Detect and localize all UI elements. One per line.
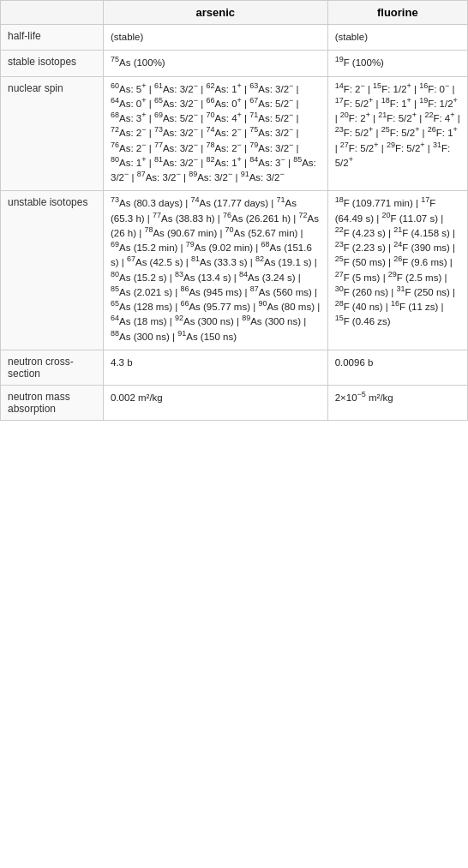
fluorine-neutron-cross-section: 0.0096 b: [327, 350, 467, 385]
header-fluorine: fluorine: [327, 1, 467, 25]
label-neutron-cross-section: neutron cross-section: [1, 350, 104, 385]
row-unstable-isotopes: unstable isotopes 73As (80.3 days) | 74A…: [1, 191, 468, 350]
arsenic-half-life: (stable): [104, 25, 328, 51]
fluorine-half-life: (stable): [327, 25, 467, 51]
row-neutron-cross-section: neutron cross-section 4.3 b 0.0096 b: [1, 350, 468, 385]
arsenic-neutron-cross-section: 4.3 b: [104, 350, 328, 385]
arsenic-unstable-isotopes: 73As (80.3 days) | 74As (17.77 days) | 7…: [104, 191, 328, 350]
arsenic-neutron-mass-absorption: 0.002 m²/kg: [104, 385, 328, 420]
row-half-life: half-life (stable) (stable): [1, 25, 468, 51]
fluorine-neutron-mass-absorption: 2×10−5 m²/kg: [327, 385, 467, 420]
fluorine-stable-isotopes: 19F (100%): [327, 51, 467, 76]
fluorine-unstable-isotopes: 18F (109.771 min) | 17F (64.49 s) | 20F …: [327, 191, 467, 350]
header-arsenic: arsenic: [104, 1, 328, 25]
fluorine-nuclear-spin: 14F: 2− | 15F: 1/2+ | 16F: 0− | 17F: 5/2…: [327, 76, 467, 191]
header-empty: [1, 1, 104, 25]
label-unstable-isotopes: unstable isotopes: [1, 191, 104, 350]
row-stable-isotopes: stable isotopes 75As (100%) 19F (100%): [1, 51, 468, 76]
row-neutron-mass-absorption: neutron mass absorption 0.002 m²/kg 2×10…: [1, 385, 468, 420]
arsenic-nuclear-spin: 60As: 5+ | 61As: 3/2− | 62As: 1+ | 63As:…: [104, 76, 328, 191]
label-stable-isotopes: stable isotopes: [1, 51, 104, 76]
label-half-life: half-life: [1, 25, 104, 51]
label-nuclear-spin: nuclear spin: [1, 76, 104, 191]
arsenic-stable-isotopes: 75As (100%): [104, 51, 328, 76]
row-nuclear-spin: nuclear spin 60As: 5+ | 61As: 3/2− | 62A…: [1, 76, 468, 191]
label-neutron-mass-absorption: neutron mass absorption: [1, 385, 104, 420]
